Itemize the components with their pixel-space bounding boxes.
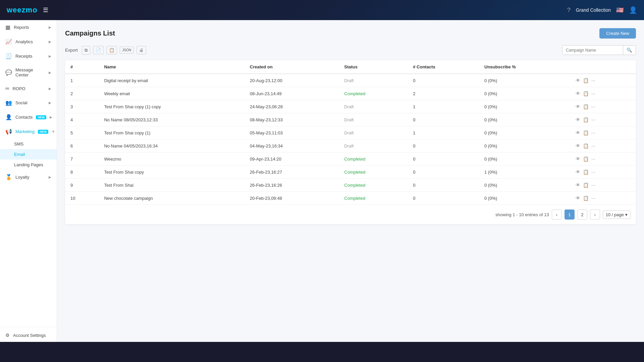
page-prev-button[interactable]: ‹ <box>552 209 562 220</box>
more-icon[interactable]: ··· <box>591 130 595 135</box>
export-excel-icon[interactable]: 📄 <box>93 46 104 54</box>
reports-icon: ▦ <box>5 24 10 31</box>
copy-icon[interactable]: 📋 <box>583 78 589 83</box>
export-json-icon[interactable]: JSON <box>120 47 134 54</box>
avatar-icon[interactable]: 👤 <box>629 6 637 14</box>
cell-num: 4 <box>65 113 99 126</box>
copy-icon[interactable]: 📋 <box>583 143 589 148</box>
more-icon[interactable]: ··· <box>591 182 595 188</box>
sidebar-item-receipts[interactable]: 🧾 Receipts ▶ <box>0 49 57 63</box>
cell-unsubscribe: 0 (0%) <box>479 126 570 139</box>
more-icon[interactable]: ··· <box>591 143 595 148</box>
copy-icon[interactable]: 📋 <box>583 195 589 201</box>
more-icon[interactable]: ··· <box>591 156 595 162</box>
table-row: 10 New chocolate campaign 20-Feb-23,09:4… <box>65 192 636 205</box>
more-icon[interactable]: ··· <box>591 91 595 96</box>
search-button[interactable]: 🔍 <box>623 46 636 55</box>
cell-status: Draft <box>339 100 408 113</box>
col-created: Created on <box>245 60 339 74</box>
cell-num: 7 <box>65 153 99 166</box>
export-print-icon[interactable]: 🖨 <box>137 46 146 54</box>
sidebar-label-contacts: Contacts <box>15 115 33 120</box>
cell-num: 3 <box>65 100 99 113</box>
copy-icon[interactable]: 📋 <box>583 182 589 188</box>
flag-icon: 🇺🇸 <box>616 6 624 14</box>
sidebar-item-loyalty[interactable]: 🏅 Loyalty ▶ <box>0 170 57 184</box>
pagination-showing: showing 1 - 10 entries of 13 <box>495 212 549 217</box>
view-icon[interactable]: 👁 <box>576 195 580 201</box>
col-actions <box>570 60 636 74</box>
view-icon[interactable]: 👁 <box>576 143 580 148</box>
sidebar-sub-sms[interactable]: SMS <box>0 139 57 149</box>
more-icon[interactable]: ··· <box>591 169 595 175</box>
page-header: Campaigns List Create New <box>65 28 636 39</box>
cell-unsubscribe: 0 (0%) <box>479 179 570 192</box>
more-icon[interactable]: ··· <box>591 78 595 83</box>
search-input[interactable] <box>562 46 623 55</box>
cell-unsubscribe: 0 (0%) <box>479 113 570 126</box>
copy-icon[interactable]: 📋 <box>583 130 589 135</box>
export-csv-icon[interactable]: 📋 <box>106 46 117 54</box>
cell-name: No Name 08/05/2023,12:33 <box>99 113 244 126</box>
view-icon[interactable]: 👁 <box>576 104 580 109</box>
page-1-button[interactable]: 1 <box>565 209 575 220</box>
sidebar-label-social: Social <box>15 100 27 105</box>
view-icon[interactable]: 👁 <box>576 91 580 96</box>
view-icon[interactable]: 👁 <box>576 169 580 175</box>
sidebar-item-account-settings[interactable]: ⚙ Account Settings <box>0 328 57 342</box>
more-icon[interactable]: ··· <box>591 104 595 109</box>
view-icon[interactable]: 👁 <box>576 78 580 83</box>
export-label: Export <box>65 48 78 53</box>
cell-actions: 👁 📋 ··· <box>570 192 636 205</box>
copy-icon[interactable]: 📋 <box>583 104 589 109</box>
cell-status: Draft <box>339 139 408 153</box>
campaigns-table-container: # Name Created on Status # Contacts Unsu… <box>65 60 636 224</box>
cell-status: Completed <box>339 153 408 166</box>
sidebar-sub-label-email: Email <box>14 152 25 157</box>
cell-num: 6 <box>65 139 99 153</box>
sidebar-item-ropo[interactable]: ∞ ROPO ▶ <box>0 81 57 96</box>
cell-created: 24-May-23,06:28 <box>245 100 339 113</box>
col-contacts: # Contacts <box>408 60 479 74</box>
page-2-button[interactable]: 2 <box>577 209 587 220</box>
sidebar-item-social[interactable]: 👥 Social ▶ <box>0 96 57 110</box>
page-next-button[interactable]: › <box>590 209 600 220</box>
copy-icon[interactable]: 📋 <box>583 156 589 162</box>
cell-status: Completed <box>339 87 408 100</box>
cell-created: 20-Aug-23,12:00 <box>245 74 339 87</box>
cell-name: Test From Shai copy <box>99 166 244 179</box>
cell-contacts: 1 <box>408 126 479 139</box>
sidebar-sub-email[interactable]: Email <box>0 149 57 160</box>
sidebar-sub-landing-pages[interactable]: Landing Pages <box>0 160 57 170</box>
per-page-selector[interactable]: 10 / page ▾ <box>603 210 631 219</box>
hamburger-icon[interactable]: ☰ <box>43 6 48 14</box>
sidebar-sub-label-landing-pages: Landing Pages <box>14 162 43 167</box>
help-icon[interactable]: ? <box>567 7 571 14</box>
more-icon[interactable]: ··· <box>591 117 595 122</box>
cell-actions: 👁 📋 ··· <box>570 153 636 166</box>
topbar: weezmo ☰ ? Grand Collection 🇺🇸 👤 <box>0 0 644 20</box>
sidebar-item-reports[interactable]: ▦ Reports ▶ <box>0 20 57 35</box>
view-icon[interactable]: 👁 <box>576 117 580 122</box>
cell-actions: 👁 📋 ··· <box>570 74 636 87</box>
chevron-loyalty: ▶ <box>49 175 51 179</box>
view-icon[interactable]: 👁 <box>576 130 580 135</box>
export-copy-icon[interactable]: ⧉ <box>82 46 90 55</box>
create-new-button[interactable]: Create New <box>599 28 636 39</box>
copy-icon[interactable]: 📋 <box>583 117 589 122</box>
more-icon[interactable]: ··· <box>591 195 595 201</box>
toolbar: Export ⧉ 📄 📋 JSON 🖨 🔍 <box>65 45 636 55</box>
copy-icon[interactable]: 📋 <box>583 169 589 175</box>
sidebar-label-analytics: Analytics <box>15 39 33 44</box>
sidebar-item-contacts[interactable]: 👤 Contacts NEW ▶ <box>0 110 57 124</box>
view-icon[interactable]: 👁 <box>576 156 580 162</box>
view-icon[interactable]: 👁 <box>576 182 580 188</box>
sidebar-item-marketing[interactable]: 📢 Marketing NEW ▼ <box>0 124 57 139</box>
sidebar-item-analytics[interactable]: 📈 Analytics ▶ <box>0 35 57 49</box>
cell-created: 04-May-23,16:34 <box>245 139 339 153</box>
chevron-social: ▶ <box>49 101 51 105</box>
main-area: ▦ Reports ▶ 📈 Analytics ▶ 🧾 Receipts ▶ 💬… <box>0 20 644 342</box>
sidebar-item-message-center[interactable]: 💬 Message Center ▶ <box>0 63 57 81</box>
copy-icon[interactable]: 📋 <box>583 91 589 96</box>
marketing-icon: 📢 <box>5 128 12 135</box>
